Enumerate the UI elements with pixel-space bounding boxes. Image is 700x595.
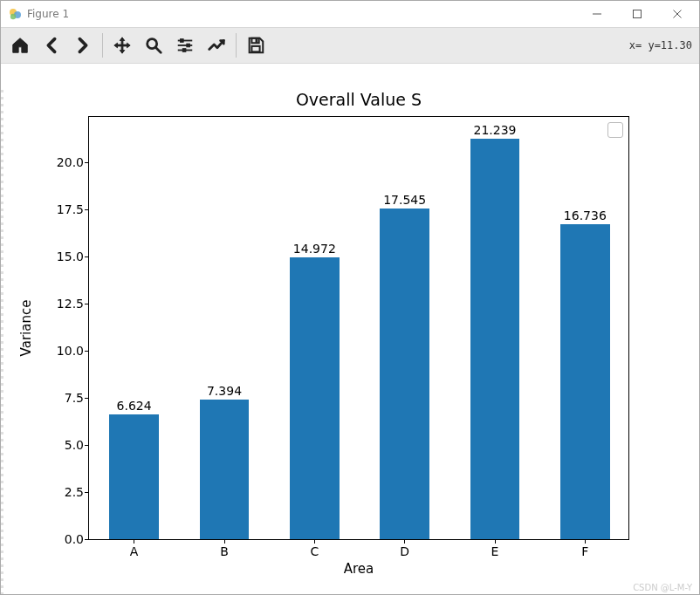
y-tick-mark xyxy=(85,351,89,352)
bar-D xyxy=(380,209,429,539)
zoom-icon[interactable] xyxy=(139,31,168,60)
x-tick-label: F xyxy=(550,544,620,558)
x-tick-mark xyxy=(495,539,496,544)
toolbar-separator xyxy=(236,33,237,58)
bar-value-label: 14.972 xyxy=(279,242,349,256)
x-tick-label: B xyxy=(189,544,259,558)
x-tick-mark xyxy=(224,539,225,544)
x-tick-label: D xyxy=(370,544,440,558)
configure-subplots-icon[interactable] xyxy=(170,31,200,60)
y-axis-label: Variance xyxy=(18,116,36,540)
close-button[interactable] xyxy=(657,1,697,27)
y-tick-mark xyxy=(85,304,89,304)
svg-rect-16 xyxy=(256,39,257,43)
y-tick-mark xyxy=(85,209,89,210)
watermark: CSDN @L-M-Y xyxy=(633,583,692,592)
y-tick-mark xyxy=(85,256,89,257)
bar-value-label: 21.239 xyxy=(460,123,530,137)
x-axis-label: Area xyxy=(88,561,629,577)
toolbar-separator xyxy=(102,33,103,58)
chart-axes: 0.02.55.07.510.012.515.017.520.06.624A7.… xyxy=(88,116,629,540)
y-tick-label: 7.5 xyxy=(45,391,84,405)
y-tick-label: 5.0 xyxy=(45,438,84,452)
toolbar: x= y=11.30 xyxy=(1,27,699,64)
bar-value-label: 6.624 xyxy=(100,399,169,413)
figure-window: Figure 1 xyxy=(0,0,700,595)
bar-F xyxy=(560,224,610,539)
legend-box xyxy=(607,122,623,138)
minimize-button[interactable] xyxy=(577,1,617,27)
bar-value-label: 17.545 xyxy=(370,193,440,207)
plot-area[interactable]: Overall Value S Variance 0.02.55.07.510.… xyxy=(1,64,699,594)
forward-icon[interactable] xyxy=(68,31,98,60)
svg-rect-15 xyxy=(251,38,258,44)
x-tick-mark xyxy=(585,539,586,544)
y-tick-mark xyxy=(85,162,89,163)
y-tick-mark xyxy=(85,492,89,493)
window-title: Figure 1 xyxy=(27,8,69,20)
cursor-coordinates: x= y=11.30 xyxy=(629,28,692,63)
y-tick-mark xyxy=(85,398,89,399)
svg-rect-12 xyxy=(187,44,190,47)
svg-line-8 xyxy=(156,48,161,53)
app-icon xyxy=(8,7,22,21)
y-tick-mark xyxy=(85,539,89,540)
back-icon[interactable] xyxy=(37,31,66,60)
y-tick-label: 20.0 xyxy=(45,155,84,169)
svg-rect-14 xyxy=(182,49,186,52)
svg-rect-4 xyxy=(634,10,642,18)
x-tick-mark xyxy=(404,539,405,544)
svg-point-2 xyxy=(10,14,16,19)
bar-A xyxy=(109,414,159,539)
y-tick-label: 12.5 xyxy=(45,297,84,311)
titlebar: Figure 1 xyxy=(1,1,699,27)
bar-E xyxy=(470,139,520,539)
edit-axis-icon[interactable] xyxy=(202,31,231,60)
bar-value-label: 7.394 xyxy=(189,384,259,398)
x-tick-mark xyxy=(314,539,315,544)
x-tick-label: C xyxy=(279,544,349,558)
svg-rect-10 xyxy=(181,39,184,43)
chart-title: Overall Value S xyxy=(88,90,629,109)
bar-value-label: 16.736 xyxy=(550,209,620,222)
y-tick-label: 15.0 xyxy=(45,250,84,263)
pan-icon[interactable] xyxy=(107,31,137,60)
maximize-button[interactable] xyxy=(617,1,657,27)
y-tick-label: 10.0 xyxy=(45,344,84,358)
svg-rect-17 xyxy=(251,46,259,51)
bar-C xyxy=(290,257,340,539)
y-tick-mark xyxy=(85,445,89,446)
x-tick-label: A xyxy=(100,544,169,558)
home-icon[interactable] xyxy=(5,31,35,60)
x-tick-label: E xyxy=(460,544,530,558)
bar-B xyxy=(200,400,250,539)
window-edge-decoration xyxy=(1,90,3,594)
y-tick-label: 17.5 xyxy=(45,202,84,216)
y-tick-label: 0.0 xyxy=(45,532,84,546)
y-tick-label: 2.5 xyxy=(45,485,84,499)
x-tick-mark xyxy=(134,539,134,544)
save-icon[interactable] xyxy=(241,31,271,60)
